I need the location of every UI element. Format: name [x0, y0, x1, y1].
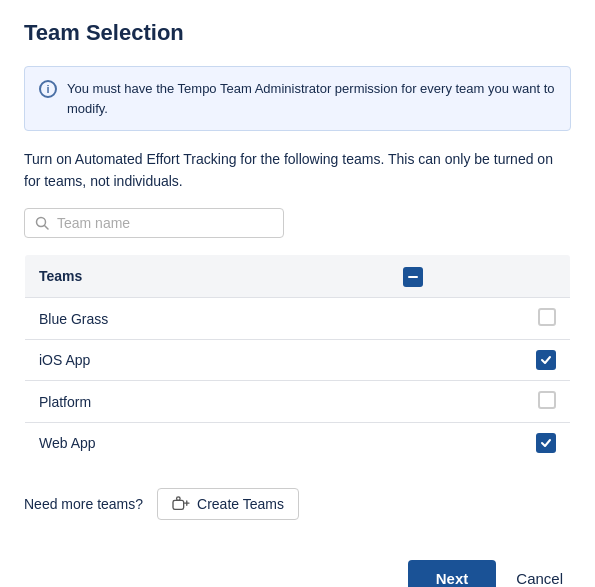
table-row: iOS App	[25, 340, 571, 381]
need-more-label: Need more teams?	[24, 496, 143, 512]
team-name-cell: Platform	[25, 381, 390, 423]
svg-point-3	[177, 497, 181, 501]
info-icon: i	[39, 80, 57, 98]
team-checkbox-unchecked[interactable]	[538, 391, 556, 409]
deselect-all-checkbox[interactable]	[403, 267, 423, 287]
info-banner-text: You must have the Tempo Team Administrat…	[67, 79, 556, 118]
table-row: Platform	[25, 381, 571, 423]
search-icon	[35, 216, 49, 230]
select-all-header[interactable]	[389, 255, 570, 298]
next-button[interactable]: Next	[408, 560, 497, 587]
info-banner: i You must have the Tempo Team Administr…	[24, 66, 571, 131]
team-checkbox-cell[interactable]	[389, 340, 570, 381]
svg-rect-2	[173, 501, 184, 510]
team-checkbox-checked[interactable]	[536, 350, 556, 370]
team-name-cell: Web App	[25, 423, 390, 464]
team-name-cell: iOS App	[25, 340, 390, 381]
create-teams-button[interactable]: Create Teams	[157, 488, 299, 520]
team-checkbox-cell[interactable]	[389, 381, 570, 423]
need-more-row: Need more teams? Create Teams	[24, 488, 571, 520]
search-input[interactable]	[57, 215, 273, 231]
table-row: Web App	[25, 423, 571, 464]
footer-actions: Next Cancel	[24, 552, 571, 587]
create-teams-label: Create Teams	[197, 496, 284, 512]
create-teams-icon	[172, 496, 190, 512]
table-header-row: Teams	[25, 255, 571, 298]
team-checkbox-cell[interactable]	[389, 298, 570, 340]
description-text: Turn on Automated Effort Tracking for th…	[24, 149, 571, 192]
svg-line-1	[45, 226, 49, 230]
team-name-cell: Blue Grass	[25, 298, 390, 340]
teams-table: Teams Blue GrassiOS AppPlatformWeb App	[24, 254, 571, 464]
team-checkbox-unchecked[interactable]	[538, 308, 556, 326]
cancel-button[interactable]: Cancel	[508, 560, 571, 587]
search-container	[24, 208, 284, 238]
table-row: Blue Grass	[25, 298, 571, 340]
team-checkbox-checked[interactable]	[536, 433, 556, 453]
page-title: Team Selection	[24, 20, 571, 46]
team-checkbox-cell[interactable]	[389, 423, 570, 464]
teams-column-header: Teams	[25, 255, 390, 298]
